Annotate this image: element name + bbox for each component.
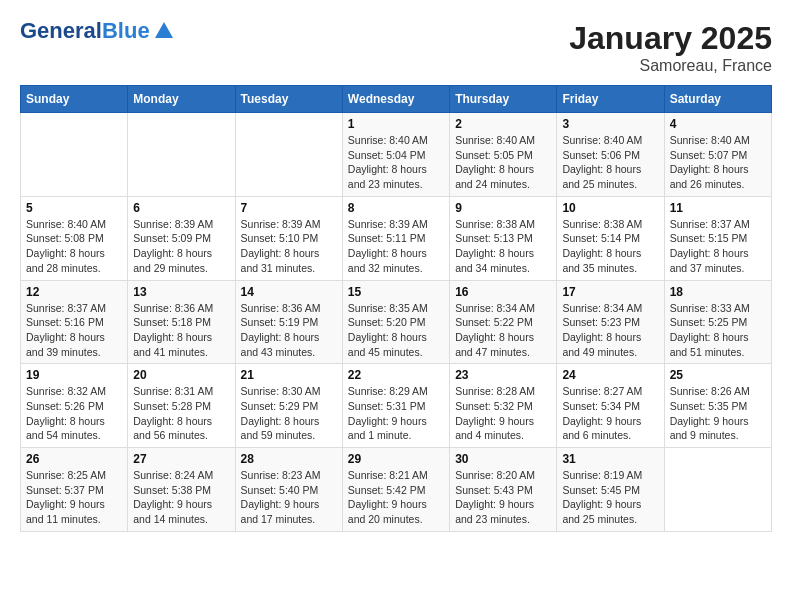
day-info: Sunrise: 8:19 AM Sunset: 5:45 PM Dayligh… [562,468,658,527]
day-info: Sunrise: 8:40 AM Sunset: 5:08 PM Dayligh… [26,217,122,276]
day-cell: 29Sunrise: 8:21 AM Sunset: 5:42 PM Dayli… [342,448,449,532]
day-cell: 7Sunrise: 8:39 AM Sunset: 5:10 PM Daylig… [235,196,342,280]
day-number: 10 [562,201,658,215]
day-cell: 23Sunrise: 8:28 AM Sunset: 5:32 PM Dayli… [450,364,557,448]
day-cell: 6Sunrise: 8:39 AM Sunset: 5:09 PM Daylig… [128,196,235,280]
day-cell: 3Sunrise: 8:40 AM Sunset: 5:06 PM Daylig… [557,113,664,197]
day-info: Sunrise: 8:39 AM Sunset: 5:09 PM Dayligh… [133,217,229,276]
day-number: 23 [455,368,551,382]
day-number: 22 [348,368,444,382]
header-monday: Monday [128,86,235,113]
day-info: Sunrise: 8:38 AM Sunset: 5:14 PM Dayligh… [562,217,658,276]
week-row-2: 5Sunrise: 8:40 AM Sunset: 5:08 PM Daylig… [21,196,772,280]
day-cell: 15Sunrise: 8:35 AM Sunset: 5:20 PM Dayli… [342,280,449,364]
day-cell: 5Sunrise: 8:40 AM Sunset: 5:08 PM Daylig… [21,196,128,280]
day-cell: 16Sunrise: 8:34 AM Sunset: 5:22 PM Dayli… [450,280,557,364]
logo-general: General [20,20,102,42]
day-cell: 8Sunrise: 8:39 AM Sunset: 5:11 PM Daylig… [342,196,449,280]
day-number: 16 [455,285,551,299]
day-info: Sunrise: 8:26 AM Sunset: 5:35 PM Dayligh… [670,384,766,443]
header-thursday: Thursday [450,86,557,113]
day-info: Sunrise: 8:33 AM Sunset: 5:25 PM Dayligh… [670,301,766,360]
page-header: GeneralBlue January 2025 Samoreau, Franc… [20,20,772,75]
day-info: Sunrise: 8:36 AM Sunset: 5:18 PM Dayligh… [133,301,229,360]
week-row-3: 12Sunrise: 8:37 AM Sunset: 5:16 PM Dayli… [21,280,772,364]
day-cell [128,113,235,197]
day-number: 1 [348,117,444,131]
calendar-header-row: SundayMondayTuesdayWednesdayThursdayFrid… [21,86,772,113]
day-info: Sunrise: 8:35 AM Sunset: 5:20 PM Dayligh… [348,301,444,360]
day-cell: 17Sunrise: 8:34 AM Sunset: 5:23 PM Dayli… [557,280,664,364]
day-cell: 4Sunrise: 8:40 AM Sunset: 5:07 PM Daylig… [664,113,771,197]
day-number: 29 [348,452,444,466]
week-row-5: 26Sunrise: 8:25 AM Sunset: 5:37 PM Dayli… [21,448,772,532]
day-info: Sunrise: 8:31 AM Sunset: 5:28 PM Dayligh… [133,384,229,443]
day-info: Sunrise: 8:30 AM Sunset: 5:29 PM Dayligh… [241,384,337,443]
day-info: Sunrise: 8:39 AM Sunset: 5:10 PM Dayligh… [241,217,337,276]
page-subtitle: Samoreau, France [569,57,772,75]
header-friday: Friday [557,86,664,113]
day-cell: 28Sunrise: 8:23 AM Sunset: 5:40 PM Dayli… [235,448,342,532]
day-cell: 27Sunrise: 8:24 AM Sunset: 5:38 PM Dayli… [128,448,235,532]
day-number: 28 [241,452,337,466]
day-cell: 9Sunrise: 8:38 AM Sunset: 5:13 PM Daylig… [450,196,557,280]
day-number: 26 [26,452,122,466]
day-info: Sunrise: 8:24 AM Sunset: 5:38 PM Dayligh… [133,468,229,527]
day-number: 30 [455,452,551,466]
day-info: Sunrise: 8:34 AM Sunset: 5:22 PM Dayligh… [455,301,551,360]
day-number: 17 [562,285,658,299]
day-number: 20 [133,368,229,382]
day-cell: 24Sunrise: 8:27 AM Sunset: 5:34 PM Dayli… [557,364,664,448]
day-cell: 10Sunrise: 8:38 AM Sunset: 5:14 PM Dayli… [557,196,664,280]
day-info: Sunrise: 8:23 AM Sunset: 5:40 PM Dayligh… [241,468,337,527]
day-number: 9 [455,201,551,215]
day-number: 31 [562,452,658,466]
logo-icon [153,20,175,42]
day-info: Sunrise: 8:39 AM Sunset: 5:11 PM Dayligh… [348,217,444,276]
day-number: 19 [26,368,122,382]
svg-marker-0 [155,22,173,38]
day-number: 3 [562,117,658,131]
day-cell: 11Sunrise: 8:37 AM Sunset: 5:15 PM Dayli… [664,196,771,280]
day-cell: 22Sunrise: 8:29 AM Sunset: 5:31 PM Dayli… [342,364,449,448]
header-tuesday: Tuesday [235,86,342,113]
day-cell [664,448,771,532]
day-cell [235,113,342,197]
header-saturday: Saturday [664,86,771,113]
day-cell: 1Sunrise: 8:40 AM Sunset: 5:04 PM Daylig… [342,113,449,197]
day-info: Sunrise: 8:20 AM Sunset: 5:43 PM Dayligh… [455,468,551,527]
day-number: 13 [133,285,229,299]
day-cell: 30Sunrise: 8:20 AM Sunset: 5:43 PM Dayli… [450,448,557,532]
day-info: Sunrise: 8:25 AM Sunset: 5:37 PM Dayligh… [26,468,122,527]
day-info: Sunrise: 8:40 AM Sunset: 5:05 PM Dayligh… [455,133,551,192]
day-cell: 26Sunrise: 8:25 AM Sunset: 5:37 PM Dayli… [21,448,128,532]
page-title: January 2025 [569,20,772,57]
day-number: 14 [241,285,337,299]
day-cell: 21Sunrise: 8:30 AM Sunset: 5:29 PM Dayli… [235,364,342,448]
day-info: Sunrise: 8:37 AM Sunset: 5:16 PM Dayligh… [26,301,122,360]
day-cell: 25Sunrise: 8:26 AM Sunset: 5:35 PM Dayli… [664,364,771,448]
day-cell [21,113,128,197]
day-info: Sunrise: 8:34 AM Sunset: 5:23 PM Dayligh… [562,301,658,360]
day-info: Sunrise: 8:27 AM Sunset: 5:34 PM Dayligh… [562,384,658,443]
day-info: Sunrise: 8:28 AM Sunset: 5:32 PM Dayligh… [455,384,551,443]
day-number: 6 [133,201,229,215]
day-number: 5 [26,201,122,215]
day-info: Sunrise: 8:40 AM Sunset: 5:04 PM Dayligh… [348,133,444,192]
logo-blue: Blue [102,20,150,42]
day-number: 24 [562,368,658,382]
day-cell: 13Sunrise: 8:36 AM Sunset: 5:18 PM Dayli… [128,280,235,364]
day-number: 21 [241,368,337,382]
week-row-4: 19Sunrise: 8:32 AM Sunset: 5:26 PM Dayli… [21,364,772,448]
day-info: Sunrise: 8:38 AM Sunset: 5:13 PM Dayligh… [455,217,551,276]
day-info: Sunrise: 8:32 AM Sunset: 5:26 PM Dayligh… [26,384,122,443]
header-wednesday: Wednesday [342,86,449,113]
day-number: 8 [348,201,444,215]
day-number: 18 [670,285,766,299]
day-cell: 12Sunrise: 8:37 AM Sunset: 5:16 PM Dayli… [21,280,128,364]
day-cell: 14Sunrise: 8:36 AM Sunset: 5:19 PM Dayli… [235,280,342,364]
day-info: Sunrise: 8:37 AM Sunset: 5:15 PM Dayligh… [670,217,766,276]
day-number: 15 [348,285,444,299]
day-number: 11 [670,201,766,215]
day-cell: 18Sunrise: 8:33 AM Sunset: 5:25 PM Dayli… [664,280,771,364]
